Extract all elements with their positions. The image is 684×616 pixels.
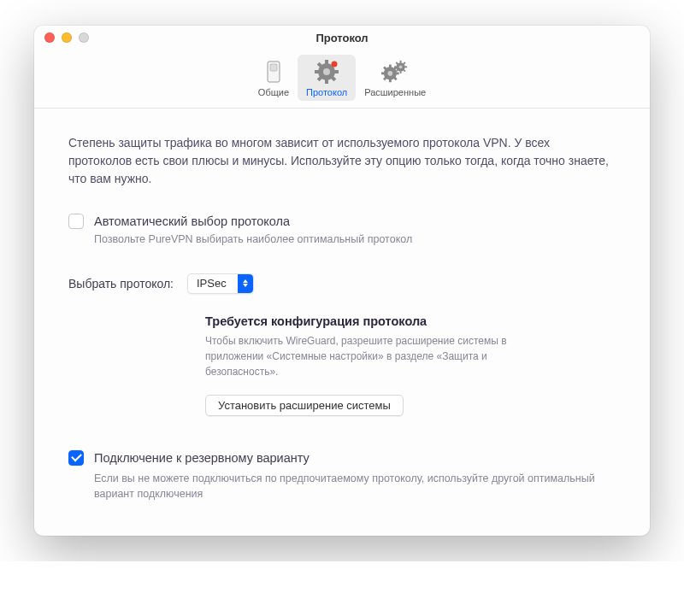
tab-general[interactable]: Общие bbox=[250, 55, 298, 101]
svg-rect-27 bbox=[394, 66, 397, 67]
protocol-select-row: Выбрать протокол: IPSec bbox=[68, 273, 616, 294]
fallback-option: Подключение к резервному варианту Если в… bbox=[68, 450, 616, 502]
tab-protocol[interactable]: Протокол bbox=[298, 55, 356, 101]
auto-protocol-option: Автоматический выбор протокола Позвольте… bbox=[68, 214, 616, 248]
traffic-lights bbox=[44, 32, 89, 43]
svg-rect-16 bbox=[389, 79, 392, 82]
minimize-button[interactable] bbox=[62, 32, 72, 43]
config-title: Требуется конфигурация протокола bbox=[205, 314, 616, 328]
titlebar: Протокол bbox=[34, 26, 650, 50]
auto-protocol-checkbox[interactable] bbox=[68, 214, 84, 229]
intro-text: Степень защиты трафика во многом зависит… bbox=[68, 134, 616, 188]
auto-protocol-label: Автоматический выбор протокола bbox=[94, 214, 290, 228]
content-area: Степень защиты трафика во многом зависит… bbox=[34, 109, 650, 536]
tab-label: Расширенные bbox=[364, 87, 426, 97]
tab-label: Протокол bbox=[306, 87, 347, 97]
svg-point-24 bbox=[399, 65, 403, 68]
tab-label: Общие bbox=[258, 87, 289, 97]
maximize-button bbox=[79, 32, 89, 43]
protocol-select[interactable]: IPSec bbox=[187, 273, 254, 294]
svg-rect-7 bbox=[334, 70, 339, 73]
config-desc: Чтобы включить WireGuard, разрешите расш… bbox=[205, 333, 547, 379]
select-stepper-icon bbox=[238, 274, 253, 293]
svg-rect-17 bbox=[381, 72, 385, 74]
fallback-label: Подключение к резервному варианту bbox=[94, 451, 310, 465]
window-title: Протокол bbox=[34, 32, 650, 44]
gear-icon bbox=[313, 58, 340, 85]
install-extension-button[interactable]: Установить расширение системы bbox=[205, 395, 404, 416]
svg-rect-26 bbox=[400, 71, 402, 73]
tab-advanced[interactable]: Расширенные bbox=[356, 55, 434, 101]
svg-rect-25 bbox=[400, 61, 402, 63]
svg-rect-5 bbox=[325, 79, 328, 84]
svg-rect-28 bbox=[404, 66, 407, 67]
gears-icon bbox=[381, 58, 409, 85]
protocol-select-value: IPSec bbox=[188, 277, 238, 290]
protocol-select-label: Выбрать протокол: bbox=[68, 277, 174, 290]
svg-rect-15 bbox=[389, 65, 392, 68]
svg-rect-6 bbox=[315, 70, 319, 73]
svg-rect-18 bbox=[396, 72, 399, 74]
svg-rect-1 bbox=[270, 64, 277, 71]
svg-point-14 bbox=[388, 71, 393, 76]
toolbar: Общие bbox=[34, 50, 650, 109]
fallback-desc: Если вы не можете подключиться по предпо… bbox=[94, 471, 616, 502]
preferences-window: Протокол Общие bbox=[34, 26, 650, 536]
close-button[interactable] bbox=[44, 32, 55, 43]
switch-icon bbox=[260, 58, 287, 85]
auto-protocol-desc: Позвольте PureVPN выбирать наиболее опти… bbox=[94, 232, 616, 248]
fallback-checkbox[interactable] bbox=[68, 450, 84, 466]
protocol-config-block: Требуется конфигурация протокола Чтобы в… bbox=[205, 314, 616, 416]
svg-point-12 bbox=[332, 62, 338, 67]
svg-rect-4 bbox=[325, 60, 328, 64]
svg-point-3 bbox=[323, 68, 330, 75]
